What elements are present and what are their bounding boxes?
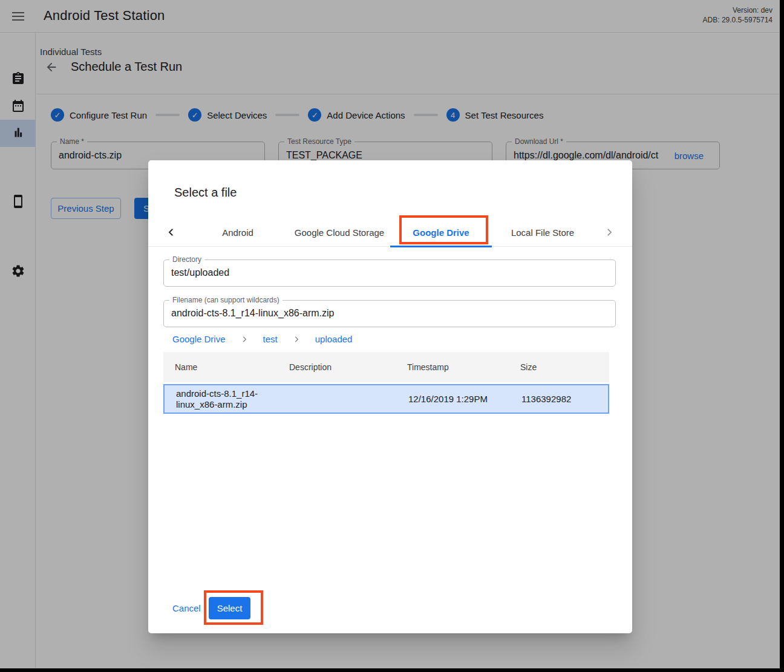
tab-google-cloud-storage[interactable]: Google Cloud Storage [289, 218, 390, 247]
directory-field-label: Directory [169, 255, 204, 264]
breadcrumb-test[interactable]: test [263, 334, 278, 344]
tab-local-file-store[interactable]: Local File Store [492, 218, 593, 247]
column-header-size: Size [520, 362, 609, 372]
file-size-cell: 1136392982 [521, 394, 608, 404]
directory-field[interactable]: Directory test/uploaded [163, 259, 616, 287]
tab-android[interactable]: Android [187, 218, 289, 247]
directory-field-value: test/uploaded [171, 267, 610, 278]
column-header-description: Description [289, 362, 407, 372]
file-timestamp-cell: 12/16/2019 1:29PM [408, 394, 521, 404]
window-edge-right [780, 0, 784, 672]
column-header-name: Name [163, 362, 289, 373]
dialog-title: Select a file [174, 186, 237, 200]
select-file-dialog: Select a file Android Google Cloud Stora… [148, 160, 632, 633]
tabs-scroll-left-button[interactable] [162, 218, 181, 247]
breadcrumb: Google Drive test uploaded [172, 334, 352, 344]
chevron-right-icon [240, 335, 249, 344]
tabs: Android Google Cloud Storage Google Driv… [187, 218, 593, 247]
tab-google-drive[interactable]: Google Drive [390, 218, 492, 247]
column-header-timestamp: Timestamp [407, 362, 520, 372]
window-edge-bottom [0, 668, 784, 672]
breadcrumb-uploaded[interactable]: uploaded [315, 334, 353, 344]
tabs-scroll-right-button[interactable] [599, 218, 619, 247]
select-button[interactable]: Select [209, 597, 250, 619]
screen: Android Test Station Version: dev ADB: 2… [0, 0, 784, 672]
filename-field[interactable]: Filename (can support wildcards) android… [163, 300, 616, 327]
filename-field-label: Filename (can support wildcards) [169, 296, 283, 304]
chevron-left-icon [166, 227, 177, 238]
cancel-button[interactable]: Cancel [172, 603, 201, 613]
file-name-cell: android-cts-8.1_r14-linux_x86-arm.zip [165, 388, 290, 410]
file-table-header: Name Description Timestamp Size [163, 352, 609, 382]
table-row-selected-file[interactable]: android-cts-8.1_r14-linux_x86-arm.zip 12… [163, 384, 609, 414]
filename-field-value: android-cts-8.1_r14-linux_x86-arm.zip [171, 308, 610, 319]
tab-bar: Android Google Cloud Storage Google Driv… [148, 218, 632, 247]
breadcrumb-google-drive[interactable]: Google Drive [172, 334, 226, 344]
chevron-right-icon [292, 335, 301, 344]
chevron-right-icon [604, 227, 615, 238]
